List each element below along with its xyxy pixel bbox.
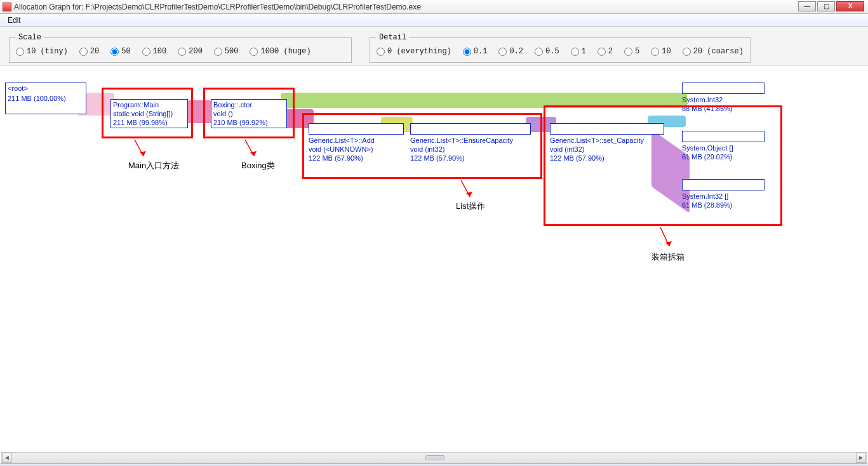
- scale-radio-100[interactable]: [142, 48, 150, 56]
- svg-marker-3: [250, 151, 257, 156]
- annotation-boxing: Boxing类: [241, 160, 275, 171]
- node-int32a-box: [682, 179, 765, 190]
- detail-radios: 0 (everything) 0.1 0.2 0.5 1 2 5 10 20 (…: [377, 47, 744, 56]
- scale-opt-10[interactable]: 10 (tiny): [16, 47, 68, 56]
- annotation-main: Main入口方法: [128, 160, 179, 171]
- scale-group: Scale 10 (tiny) 20 50 100 200 500 1000 (…: [9, 33, 352, 63]
- node-boxing[interactable]: Boxing::.ctor void () 210 MB (99.92%): [211, 99, 287, 128]
- node-setcap[interactable]: Generic.List<T>::set_Capacity void (int3…: [550, 123, 664, 163]
- detail-radio-05[interactable]: [535, 48, 543, 56]
- arrow-boxing: [243, 140, 268, 163]
- node-setcap-box: [550, 123, 664, 135]
- detail-opt-1[interactable]: 1: [571, 47, 586, 56]
- scroll-left-button[interactable]: ◄: [2, 453, 12, 463]
- scale-opt-100[interactable]: 100: [142, 47, 167, 56]
- detail-radio-20[interactable]: [683, 48, 691, 56]
- taskbar-strip: [0, 463, 868, 466]
- detail-opt-0[interactable]: 0 (everything): [377, 47, 451, 56]
- scale-radios: 10 (tiny) 20 50 100 200 500 1000 (huge): [16, 47, 345, 56]
- scale-radio-50[interactable]: [110, 48, 119, 56]
- scale-opt-500[interactable]: 500: [214, 47, 239, 56]
- annotation-list: List操作: [456, 201, 485, 212]
- detail-radio-5[interactable]: [624, 48, 632, 56]
- scale-opt-50[interactable]: 50: [110, 47, 130, 56]
- arrow-main: [132, 140, 157, 163]
- menu-bar: Edit: [0, 14, 868, 27]
- node-add-box: [309, 123, 404, 135]
- node-int32-box: [682, 83, 765, 94]
- window-buttons: — ▢ X: [798, 1, 864, 11]
- scroll-thumb[interactable]: [425, 455, 444, 460]
- detail-opt-05[interactable]: 0.5: [535, 47, 559, 56]
- detail-group: Detail 0 (everything) 0.1 0.2 0.5 1 2 5 …: [370, 33, 751, 63]
- svg-line-2: [245, 140, 254, 156]
- detail-legend: Detail: [377, 33, 409, 42]
- scale-radio-500[interactable]: [214, 48, 222, 56]
- detail-opt-20[interactable]: 20 (coarse): [683, 47, 744, 56]
- detail-radio-1[interactable]: [571, 48, 579, 56]
- app-icon: [3, 3, 11, 11]
- svg-line-6: [660, 227, 669, 246]
- scroll-right-button[interactable]: ►: [856, 453, 866, 463]
- detail-opt-5[interactable]: 5: [624, 47, 639, 56]
- arrow-list: [458, 180, 484, 203]
- node-add[interactable]: Generic.List<T>::Add void (<UNKNOWN>) 12…: [309, 123, 404, 163]
- detail-opt-2[interactable]: 2: [598, 47, 613, 56]
- svg-marker-7: [665, 241, 672, 246]
- node-int32[interactable]: System.Int32 88 MB (41.85%): [682, 83, 765, 113]
- detail-radio-02[interactable]: [498, 48, 507, 56]
- close-button[interactable]: X: [836, 1, 864, 11]
- flow-boxing-int32: [281, 93, 687, 108]
- svg-marker-5: [466, 192, 472, 197]
- detail-radio-2[interactable]: [598, 48, 606, 56]
- node-int32a[interactable]: System.Int32 [] 61 MB (28.89%): [682, 179, 765, 210]
- window-title: Allocation Graph for: F:\ProjectsDemo\CL…: [14, 3, 421, 11]
- detail-radio-01[interactable]: [463, 48, 471, 56]
- scale-radio-200[interactable]: [178, 48, 186, 56]
- arrow-box: [658, 227, 683, 253]
- detail-radio-10[interactable]: [651, 48, 659, 56]
- scale-radio-1000[interactable]: [250, 48, 258, 56]
- svg-line-0: [135, 140, 144, 156]
- scale-opt-1000[interactable]: 1000 (huge): [250, 47, 310, 56]
- detail-opt-10[interactable]: 10: [651, 47, 671, 56]
- horizontal-scrollbar[interactable]: ◄ ►: [1, 452, 867, 463]
- scroll-track[interactable]: [12, 453, 856, 463]
- scale-legend: Scale: [16, 33, 44, 42]
- annotation-box: 装箱拆箱: [651, 251, 684, 263]
- node-root[interactable]: <root> 211 MB (100.00%): [5, 83, 86, 114]
- node-ensure[interactable]: Generic.List<T>::EnsureCapacity void (in…: [410, 123, 531, 163]
- scale-radio-20[interactable]: [79, 48, 88, 56]
- maximize-button[interactable]: ▢: [817, 1, 835, 11]
- detail-opt-01[interactable]: 0.1: [463, 47, 488, 56]
- scale-radio-10[interactable]: [16, 48, 24, 56]
- node-obj-box: [682, 131, 765, 142]
- controls-panel: Scale 10 (tiny) 20 50 100 200 500 1000 (…: [0, 27, 868, 66]
- node-obj[interactable]: System.Object [] 61 MB (29.02%): [682, 131, 765, 161]
- minimize-button[interactable]: —: [798, 1, 816, 11]
- node-main[interactable]: Program::Main static void (String[]) 211…: [110, 99, 188, 128]
- detail-opt-02[interactable]: 0.2: [498, 47, 523, 56]
- scale-opt-200[interactable]: 200: [178, 47, 203, 56]
- svg-marker-1: [140, 151, 146, 156]
- graph-canvas[interactable]: <root> 211 MB (100.00%) Program::Main st…: [1, 74, 867, 449]
- svg-line-4: [461, 180, 470, 197]
- title-bar: Allocation Graph for: F:\ProjectsDemo\CL…: [0, 0, 868, 14]
- menu-edit[interactable]: Edit: [4, 15, 25, 26]
- node-ensure-box: [410, 123, 531, 135]
- scale-opt-20[interactable]: 20: [79, 47, 99, 56]
- detail-radio-0[interactable]: [377, 48, 385, 56]
